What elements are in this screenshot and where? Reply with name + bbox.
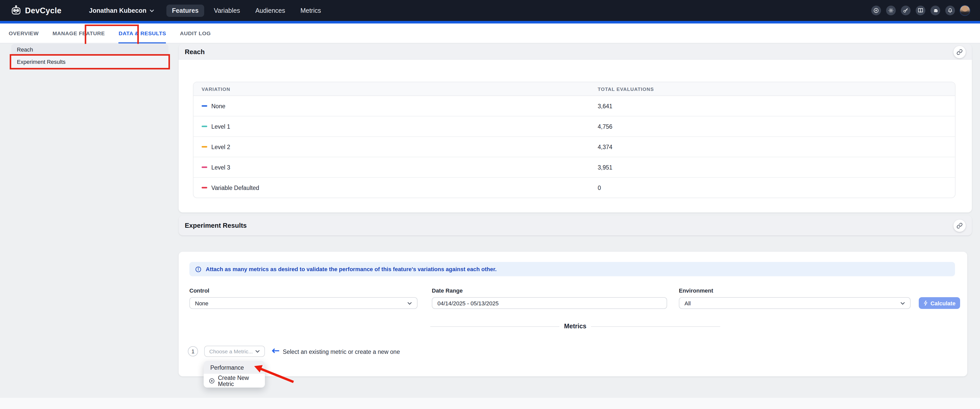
devcycle-logo[interactable]: DevCycle [11, 5, 62, 16]
experiment-permalink-button[interactable] [953, 219, 966, 232]
date-range-label: Date Range [432, 288, 463, 294]
section-sidebar: Reach Experiment Results [11, 44, 169, 68]
accent-bar [0, 21, 980, 24]
experiment-results-card: Attach as many metrics as desired to val… [179, 252, 967, 376]
experiment-results-title: Experiment Results [185, 221, 247, 229]
link-icon [956, 222, 963, 229]
table-row: Level 1 4,756 [193, 116, 955, 137]
info-banner-text: Attach as many metrics as desired to val… [206, 266, 496, 272]
project-selector[interactable]: Jonathan Kubecon [89, 7, 154, 14]
chevron-down-icon [150, 9, 154, 12]
book-icon[interactable] [916, 6, 925, 15]
link-icon [956, 49, 963, 55]
calculate-button[interactable]: Calculate [919, 297, 960, 309]
metric-row-number: 1 [188, 346, 198, 356]
discord-icon[interactable] [931, 6, 940, 15]
metric-helper-text: Select an existing metric or create a ne… [283, 349, 400, 355]
table-row: Level 2 4,374 [193, 137, 955, 157]
experiment-results-section-header: Experiment Results [179, 215, 972, 236]
reach-section-header: Reach [179, 44, 972, 60]
bolt-icon [923, 300, 928, 306]
add-circle-icon[interactable] [871, 6, 881, 15]
nav-item-audiences[interactable]: Audiences [250, 4, 291, 17]
gear-icon[interactable] [886, 6, 896, 15]
nav-item-variables[interactable]: Variables [208, 4, 245, 17]
variation-color-swatch [202, 126, 207, 127]
plus-circle-icon [209, 377, 215, 384]
sidebar-item-reach[interactable]: Reach [11, 44, 169, 55]
environment-label: Environment [679, 288, 713, 294]
nav-item-metrics[interactable]: Metrics [295, 4, 327, 17]
chevron-down-icon [407, 301, 412, 305]
user-avatar[interactable] [960, 6, 970, 15]
devcycle-app: DevCycle Jonathan Kubecon Features Varia… [0, 0, 980, 409]
date-range-input[interactable]: 04/14/2025 - 05/13/2025 [432, 297, 667, 309]
nav-item-features[interactable]: Features [166, 4, 204, 17]
table-row: None 3,641 [193, 96, 955, 116]
environment-select[interactable]: All [679, 297, 911, 309]
info-banner: Attach as many metrics as desired to val… [189, 262, 955, 276]
column-header-total-evaluations: TOTAL EVALUATIONS [598, 86, 654, 92]
primary-nav: Features Variables Audiences Metrics [166, 4, 327, 17]
variation-color-swatch [202, 146, 207, 148]
brand-name: DevCycle [25, 6, 62, 15]
table-header-row: VARIATION TOTAL EVALUATIONS [193, 82, 955, 96]
metrics-divider: Metrics [430, 323, 720, 330]
table-row: Level 3 3,951 [193, 157, 955, 178]
control-select[interactable]: None [189, 297, 417, 309]
top-navigation: DevCycle Jonathan Kubecon Features Varia… [0, 0, 980, 21]
variation-color-swatch [202, 187, 207, 189]
annotation-arrow [250, 361, 299, 385]
sidebar-item-experiment-results[interactable]: Experiment Results [11, 55, 169, 68]
info-icon [195, 266, 202, 272]
reach-title: Reach [185, 48, 205, 56]
variation-color-swatch [202, 167, 207, 168]
left-arrow-icon [271, 348, 280, 353]
footer-strip [0, 398, 980, 409]
bell-icon[interactable] [945, 6, 955, 15]
chevron-down-icon [255, 350, 260, 353]
reach-permalink-button[interactable] [953, 46, 966, 58]
chevron-down-icon [900, 301, 905, 305]
control-label: Control [189, 288, 209, 294]
column-header-variation: VARIATION [202, 86, 231, 92]
variation-color-swatch [202, 105, 207, 107]
tab-audit-log[interactable]: AUDIT LOG [180, 24, 211, 43]
feature-tabbar: OVERVIEW MANAGE FEATURE DATA & RESULTS A… [0, 24, 980, 43]
choose-metric-select[interactable]: Choose a Metric... [204, 346, 265, 357]
reach-card: VARIATION TOTAL EVALUATIONS None 3,641 L… [179, 60, 972, 212]
annotation-box-experiment-results [10, 54, 170, 70]
variation-evaluations-table: VARIATION TOTAL EVALUATIONS None 3,641 L… [193, 82, 956, 198]
nav-actions [871, 6, 970, 15]
table-row: Variable Defaulted 0 [193, 178, 955, 197]
devcycle-robot-icon [11, 5, 21, 16]
metrics-heading: Metrics [564, 323, 587, 330]
key-icon[interactable] [901, 6, 911, 15]
tab-overview[interactable]: OVERVIEW [9, 24, 39, 43]
annotation-box-data-results [85, 24, 139, 45]
